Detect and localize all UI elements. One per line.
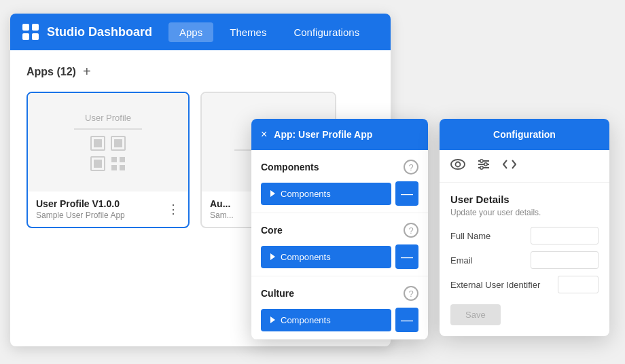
save-button[interactable]: Save bbox=[450, 304, 501, 325]
svg-point-15 bbox=[456, 162, 461, 167]
components-btn-label: Components bbox=[281, 189, 331, 199]
arrow-icon bbox=[270, 190, 275, 197]
app-card-2-title: Au... bbox=[210, 198, 234, 209]
svg-point-20 bbox=[484, 163, 487, 166]
section-components-header: Components ? bbox=[261, 160, 418, 175]
svg-point-19 bbox=[480, 160, 483, 162]
email-input[interactable] bbox=[531, 251, 599, 269]
svg-rect-7 bbox=[114, 139, 122, 147]
fullname-label: Full Name bbox=[450, 231, 490, 241]
modal-section-components: Components ? Components — bbox=[251, 150, 428, 213]
components-help-icon[interactable]: ? bbox=[404, 160, 418, 175]
email-label: Email bbox=[450, 255, 473, 266]
modal-app-title: App: User Profile App bbox=[274, 129, 372, 140]
config-field-email: Email bbox=[450, 251, 599, 269]
app-card-1-title: User Profile V1.0.0 bbox=[36, 198, 125, 209]
config-field-external-id: External User Identifier bbox=[450, 276, 599, 293]
eye-icon[interactable] bbox=[450, 159, 465, 173]
app-card-1-menu[interactable]: ⋮ bbox=[167, 202, 180, 217]
components-btn-row: Components — bbox=[261, 181, 418, 206]
core-help-icon[interactable]: ? bbox=[404, 223, 418, 238]
section-core-header: Core ? bbox=[261, 223, 418, 238]
fullname-input[interactable] bbox=[531, 227, 599, 244]
svg-rect-1 bbox=[32, 24, 39, 31]
config-panel: Configuration bbox=[440, 119, 609, 336]
svg-rect-0 bbox=[22, 24, 29, 31]
svg-point-14 bbox=[451, 160, 465, 169]
apps-count: Apps (12) bbox=[26, 66, 76, 78]
core-btn-label: Components bbox=[281, 252, 331, 262]
nav-tab-configurations[interactable]: Configurations bbox=[283, 22, 370, 42]
section-core-label: Core bbox=[261, 225, 283, 236]
svg-rect-11 bbox=[120, 157, 125, 162]
code-icon[interactable] bbox=[502, 159, 517, 173]
core-minus-button[interactable]: — bbox=[395, 244, 418, 269]
components-main-button[interactable]: Components bbox=[261, 183, 391, 205]
culture-btn-row: Components — bbox=[261, 308, 418, 332]
svg-rect-10 bbox=[111, 157, 117, 162]
section-culture-header: Culture ? bbox=[261, 286, 418, 301]
config-section-title: User Details bbox=[450, 194, 599, 205]
app-title: Studio Dashboard bbox=[47, 25, 152, 39]
external-id-input[interactable] bbox=[558, 276, 599, 293]
svg-rect-9 bbox=[94, 160, 102, 168]
config-panel-header: Configuration bbox=[440, 119, 609, 150]
culture-btn-label: Components bbox=[281, 315, 331, 325]
modal-section-core: Core ? Components — bbox=[251, 213, 428, 276]
modal-section-culture: Culture ? Components — bbox=[251, 276, 428, 340]
app-card-1-info: User Profile V1.0.0 Sample User Profile … bbox=[28, 192, 188, 227]
apps-header: Apps (12) + bbox=[26, 64, 374, 79]
culture-help-icon[interactable]: ? bbox=[404, 286, 418, 301]
svg-rect-5 bbox=[94, 139, 102, 147]
add-app-button[interactable]: + bbox=[83, 64, 91, 79]
modal-app: × App: User Profile App Components ? Com… bbox=[251, 119, 428, 340]
nav-tab-themes[interactable]: Themes bbox=[219, 22, 277, 42]
app-card-2-subtitle: Sam... bbox=[210, 211, 234, 220]
external-id-label: External User Identifier bbox=[450, 280, 540, 290]
arrow-icon-2 bbox=[270, 253, 275, 260]
app-card-1[interactable]: User Profile bbox=[26, 92, 190, 228]
svg-point-21 bbox=[480, 166, 483, 169]
section-components-label: Components bbox=[261, 162, 319, 172]
culture-minus-button[interactable]: — bbox=[395, 308, 418, 332]
nav-tab-apps[interactable]: Apps bbox=[168, 22, 213, 42]
app-logo: Studio Dashboard bbox=[21, 22, 152, 41]
qr-code-icon bbox=[90, 135, 126, 172]
culture-main-button[interactable]: Components bbox=[261, 309, 391, 331]
app-card-1-preview: User Profile bbox=[28, 93, 188, 192]
core-btn-row: Components — bbox=[261, 244, 418, 269]
svg-rect-13 bbox=[120, 165, 125, 170]
svg-rect-12 bbox=[111, 165, 117, 170]
app-card-1-preview-label: User Profile bbox=[85, 113, 131, 123]
config-field-fullname: Full Name bbox=[450, 227, 599, 244]
nav-bar: Studio Dashboard Apps Themes Configurati… bbox=[10, 14, 391, 50]
modal-app-header: × App: User Profile App bbox=[251, 119, 428, 150]
modal-close-button[interactable]: × bbox=[261, 128, 267, 141]
nav-tabs: Apps Themes Configurations bbox=[168, 22, 370, 42]
config-panel-body: User Details Update your user details. F… bbox=[440, 183, 609, 336]
config-panel-title: Configuration bbox=[493, 129, 556, 140]
svg-rect-3 bbox=[32, 33, 39, 40]
config-section-subtitle: Update your user details. bbox=[450, 208, 599, 217]
core-main-button[interactable]: Components bbox=[261, 246, 391, 268]
app-card-1-subtitle: Sample User Profile App bbox=[36, 211, 125, 220]
section-culture-label: Culture bbox=[261, 288, 294, 299]
sliders-icon[interactable] bbox=[476, 158, 491, 174]
svg-rect-2 bbox=[22, 33, 29, 40]
config-toolbar bbox=[440, 150, 609, 183]
grid-icon bbox=[21, 22, 40, 41]
preview-divider bbox=[74, 128, 142, 130]
components-minus-button[interactable]: — bbox=[395, 181, 418, 206]
arrow-icon-3 bbox=[270, 316, 275, 323]
